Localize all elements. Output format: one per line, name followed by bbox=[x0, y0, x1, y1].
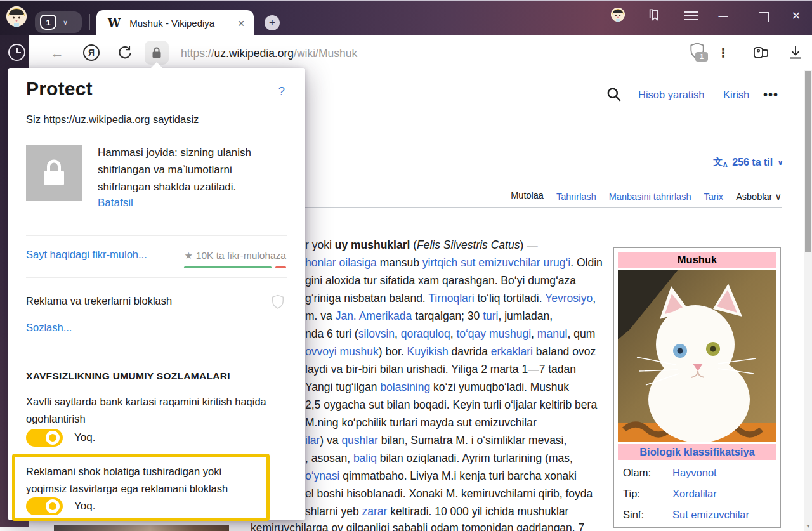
maximize-button[interactable] bbox=[759, 12, 769, 22]
wiki-link[interactable]: manul bbox=[537, 327, 568, 340]
site-feedback-link[interactable]: Sayt haqidagi fikr-muloh... bbox=[26, 249, 147, 261]
scrollbar-thumb[interactable] bbox=[805, 71, 811, 252]
downloads-icon[interactable] bbox=[788, 44, 803, 61]
rating-bar-negative bbox=[275, 266, 286, 268]
login-link[interactable]: Kirish bbox=[723, 89, 749, 101]
article-line: Yangi tugʻilgan bolasining koʻzi yumuqbo… bbox=[305, 378, 610, 396]
minimize-button[interactable]: — bbox=[716, 10, 731, 21]
taxobox-row-link[interactable]: Hayvonot bbox=[672, 467, 717, 479]
wiki-link[interactable]: toʻqay mushugi bbox=[456, 327, 531, 340]
history-clock-icon[interactable] bbox=[8, 44, 25, 61]
wiki-tab-mutolaa[interactable]: Mutolaa bbox=[511, 190, 544, 208]
kitten-image[interactable] bbox=[618, 270, 776, 442]
wiki-link[interactable]: baliq bbox=[353, 452, 377, 464]
panel-divider-1 bbox=[26, 235, 287, 236]
wiki-link[interactable]: ilar bbox=[305, 434, 320, 447]
tab-close-icon[interactable]: ✕ bbox=[237, 18, 245, 29]
wiki-link[interactable]: ovvoyi mushuk bbox=[305, 345, 379, 358]
wiki-more-icon[interactable]: ••• bbox=[763, 88, 778, 102]
wiki-link[interactable]: honlar oilasiga bbox=[305, 256, 377, 269]
taxobox-row: Olam:Hayvonot bbox=[618, 462, 776, 483]
new-tab-button[interactable]: + bbox=[265, 15, 280, 30]
toolbar-kebab-icon[interactable]: ⋮ bbox=[717, 44, 730, 61]
article-text-segment: ( bbox=[410, 239, 417, 251]
article-thumbnail-image[interactable] bbox=[54, 525, 229, 531]
profile-avatar[interactable] bbox=[6, 6, 27, 27]
language-selector[interactable]: 文A 256 ta til ∨ bbox=[713, 156, 783, 169]
title-divider bbox=[305, 180, 782, 180]
url-path: /wiki/Mushuk bbox=[294, 47, 357, 60]
article-text-segment: ) bor. bbox=[379, 345, 407, 358]
reload-icon[interactable] bbox=[117, 44, 133, 61]
article-text-segment: el boshi hisoblanadi. Xonaki M. kemiruvc… bbox=[305, 487, 593, 500]
article-line: , asosan, baliq bilan oziqlanadi. Ayrim … bbox=[305, 449, 610, 467]
wiki-tab-tarix[interactable]: Tarix bbox=[704, 192, 724, 208]
tab-strip: 1 ∨ W Mushuk - Vikipediya ✕ + — ✕ bbox=[0, 0, 812, 35]
bank-warning-toggle[interactable] bbox=[26, 429, 63, 447]
tab-group-chevron-icon[interactable]: ∨ bbox=[63, 18, 68, 27]
bookmarks-icon[interactable] bbox=[648, 8, 662, 22]
wiki-link[interactable]: silovsin bbox=[358, 327, 395, 340]
wiki-link[interactable]: bolasining bbox=[380, 381, 430, 393]
wiki-tab-manbasini-tahrirlash[interactable]: Manbasini tahrirlash bbox=[609, 192, 691, 208]
url-host: uz.wikipedia.org bbox=[214, 47, 294, 60]
wiki-link[interactable]: yirtqich sut emizuvchilar urugʻi bbox=[422, 256, 570, 269]
tabs-divider bbox=[305, 207, 782, 208]
browser-menu-icon[interactable] bbox=[684, 9, 698, 23]
wiki-link[interactable]: zarar bbox=[362, 505, 388, 518]
protect-help-link[interactable]: ? bbox=[278, 84, 285, 98]
article-text-segment: toʻliq tortiladi. bbox=[475, 292, 546, 305]
scrollbar-down-arrow-icon[interactable]: ▼ bbox=[806, 523, 811, 529]
article-text-segment: uy mushuklari bbox=[335, 239, 410, 251]
create-account-link[interactable]: Hisob yaratish bbox=[638, 89, 705, 101]
taxobox-row-label: Tip: bbox=[623, 488, 672, 500]
collections-icon[interactable] bbox=[752, 44, 770, 62]
profile-avatar-right[interactable] bbox=[611, 8, 625, 22]
article-text: r yoki uy mushuklari (Felis Silvestris C… bbox=[305, 236, 610, 520]
page-scrollbar[interactable]: ▼ bbox=[804, 70, 812, 531]
article-text-segment: bilan, Sumatra M. i oʻsimliklar mevasi, bbox=[378, 434, 567, 447]
adblock-settings-link[interactable]: Sozlash... bbox=[26, 322, 72, 334]
article-line: nda 6 turi (silovsin, qoraquloq, toʻqay … bbox=[305, 325, 610, 343]
wiki-link[interactable]: oʻynasi bbox=[305, 469, 339, 482]
details-link[interactable]: Batafsil bbox=[98, 197, 133, 209]
close-window-button[interactable]: ✕ bbox=[789, 9, 804, 23]
toggle-knob bbox=[46, 431, 60, 445]
wiki-link[interactable]: turi bbox=[483, 310, 498, 322]
classification-header[interactable]: Biologik klassifikatsiya bbox=[618, 444, 776, 460]
protect-panel: Protect ? Siz https://uz.wikipedia.org s… bbox=[8, 68, 305, 520]
wiki-link[interactable]: erkaklari bbox=[491, 345, 533, 358]
lock-icon bbox=[152, 47, 162, 58]
address-bar[interactable]: https://uz.wikipedia.org/wiki/Mushuk bbox=[181, 44, 357, 62]
yandex-search-icon[interactable]: Я bbox=[83, 44, 100, 61]
wiki-tab-asboblar[interactable]: Asboblar ∨ bbox=[736, 192, 782, 208]
toggle-knob bbox=[46, 499, 60, 513]
wiki-link[interactable]: Yevrosiyo bbox=[545, 292, 593, 305]
shock-ads-toggle[interactable] bbox=[26, 497, 63, 515]
wiki-link[interactable]: Kuyikish bbox=[407, 345, 449, 358]
tab-group-pill[interactable]: 1 ∨ bbox=[35, 11, 82, 33]
taxobox-row-link[interactable]: Xordalilar bbox=[672, 488, 717, 500]
tab-mushuk[interactable]: W Mushuk - Vikipediya ✕ bbox=[96, 10, 254, 36]
search-icon[interactable] bbox=[606, 86, 622, 103]
article-text-segment: m. va bbox=[305, 310, 336, 322]
wiki-tab-tahrirlash[interactable]: Tahrirlash bbox=[556, 192, 596, 208]
article-line: M.ning koʻpchilik turlari mayda sut emiz… bbox=[305, 414, 610, 431]
article-text-segment: , bbox=[531, 327, 537, 340]
back-button[interactable]: ← bbox=[49, 46, 65, 61]
article-text-segment: koʻzi yumuqboʻladi. Mushuk bbox=[430, 381, 569, 393]
feedback-rating: ★10K ta fikr-mulohaza bbox=[184, 250, 286, 261]
site-lock-button[interactable] bbox=[145, 41, 169, 65]
wiki-link[interactable]: qoraquloq bbox=[401, 327, 450, 340]
protect-site-line: Siz https://uz.wikipedia.org saytidasiz bbox=[26, 114, 199, 126]
wiki-link[interactable]: Jan. Amerikada bbox=[336, 310, 412, 322]
rating-bar bbox=[184, 266, 286, 268]
tab-strip-separator bbox=[89, 14, 90, 30]
browser-window: 1 ∨ W Mushuk - Vikipediya ✕ + — ✕ bbox=[0, 0, 812, 531]
taxobox-row-link[interactable]: Sut emizuvchilar bbox=[672, 509, 749, 521]
article-text-segment: mansub bbox=[377, 256, 422, 269]
wiki-link[interactable]: qushlar bbox=[341, 434, 377, 447]
shock-ads-label: Reklamani shok holatiga tushiradigan yok… bbox=[26, 463, 261, 497]
article-text-segment: , asosan, bbox=[305, 452, 353, 464]
wiki-link[interactable]: Tirnoqlari bbox=[428, 292, 474, 305]
